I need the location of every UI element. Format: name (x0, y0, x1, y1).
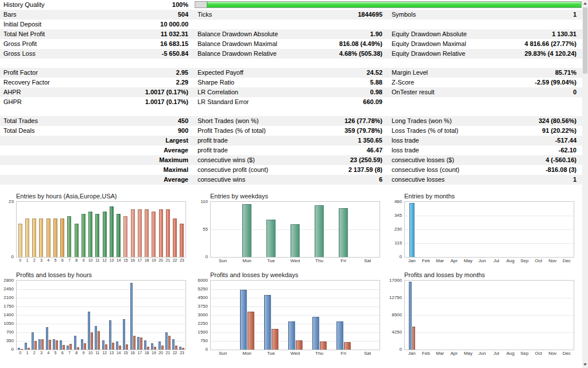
stat-label: profit trade (198, 136, 228, 145)
stat-value: 1 130.31 (552, 29, 577, 39)
x-tick-label: 19 (150, 351, 157, 355)
y-tick-label: 230 (394, 227, 402, 232)
y-tick-label: 110 (200, 199, 208, 204)
x-tick-label: 8 (73, 258, 80, 262)
y-tick-label: 4250 (392, 329, 402, 335)
bar-slot (94, 202, 101, 257)
bar-slot (235, 281, 259, 350)
x-tick-label: 14 (115, 258, 122, 262)
stat-label: Bars (3, 10, 17, 20)
stat-cell: consecutive wins6 (194, 175, 388, 185)
entry-bar (242, 204, 252, 257)
chart-title: Entries by months (404, 193, 582, 200)
loss-bar (56, 340, 58, 350)
x-tick-label: 1 (24, 351, 30, 355)
bar-slot (447, 281, 462, 350)
profit-bar (151, 343, 153, 350)
profit-bar (109, 320, 111, 350)
bar-slot (517, 281, 532, 350)
bar-slot (461, 202, 475, 257)
scroll-up-arrow-icon[interactable] (582, 0, 588, 7)
y-tick-label: 8500 (392, 312, 402, 317)
stats-row: Averageprofit trade46.47loss trade-62.10 (0, 145, 582, 155)
stat-label: Sharpe Ratio (198, 78, 234, 87)
entry-bar (88, 212, 92, 257)
profit-bar (123, 319, 125, 350)
bar-slot (475, 281, 490, 350)
stat-value: 16 683.15 (160, 39, 188, 49)
chart-x-axis: 01234567891011121314151617181920212223 (17, 258, 185, 262)
stat-cell (194, 20, 388, 29)
stat-cell: Balance Drawdown Absolute1.90 (194, 29, 388, 39)
bar-slot (172, 281, 179, 350)
x-tick-label: 10 (87, 258, 94, 262)
stat-value: 1.0017 (0.17%) (145, 97, 188, 107)
bar-slot (17, 202, 24, 257)
x-tick-label: Jan (405, 351, 419, 356)
bar-slot (489, 281, 504, 350)
scrollbar-thumb[interactable] (583, 7, 587, 74)
entry-bar (95, 214, 99, 257)
entry-bar (117, 214, 121, 257)
profit-bar (74, 336, 76, 350)
bar-slot (108, 281, 115, 350)
profit-bar (130, 283, 133, 350)
bar-slot (504, 202, 518, 257)
bar-slot (259, 281, 283, 350)
chart-title: Entries by weekdays (210, 193, 388, 200)
stat-cell: Loss Trades (% of total)91 (20.22%) (388, 126, 582, 136)
stat-label: consecutive wins ($) (198, 155, 255, 165)
scroll-down-arrow-icon[interactable] (582, 361, 588, 368)
stat-cell: History Quality100% (0, 0, 194, 10)
bar-slot (433, 202, 447, 257)
bar-slot (24, 202, 30, 257)
x-tick-label: 11 (94, 351, 101, 355)
stat-value: Average (164, 175, 188, 185)
vertical-scrollbar[interactable] (582, 0, 588, 368)
stat-value: 1 (573, 10, 577, 20)
stat-value: -517.44 (555, 136, 577, 145)
bar-slot (45, 281, 52, 350)
bar-slot (59, 202, 66, 257)
stat-cell: profit trade46.47 (194, 145, 388, 155)
stat-label: Balance Drawdown Absolute (198, 29, 278, 39)
stat-value: 126 (77.78%) (345, 116, 382, 126)
bar-slot (546, 202, 560, 257)
x-tick-label: Jul (489, 258, 504, 263)
loss-bar (77, 347, 79, 350)
x-tick-label: 15 (122, 351, 129, 355)
bar-slot (355, 202, 380, 257)
bar-slot (31, 281, 38, 350)
stat-label: Gross Loss (3, 49, 36, 59)
stat-value: 900 (178, 126, 188, 136)
loss-bar (344, 342, 351, 350)
x-tick-label: 13 (108, 351, 115, 355)
bar-slot (38, 281, 45, 350)
stat-value: 6 (379, 175, 382, 185)
stat-value: 1.90 (370, 29, 382, 39)
x-tick-label: Aug (504, 258, 518, 263)
y-tick-label: 2800 (3, 278, 14, 283)
bar-slot (172, 202, 179, 257)
y-tick-label: 2100 (3, 295, 14, 300)
loss-bar (175, 346, 177, 350)
stats-row: Averageconsecutive wins6consecutive loss… (0, 175, 582, 185)
chart-block: Entries by hours (Asia,Europe,USA)023012… (0, 193, 194, 263)
stat-label: Gross Profit (3, 39, 37, 49)
profit-bar (137, 337, 140, 350)
stat-cell: Equity Drawdown Relative29.83% (4 120.24… (388, 49, 582, 59)
stats-row: Largestprofit trade1 350.65loss trade-51… (0, 136, 582, 145)
stat-cell: Short Trades (won %)126 (77.78%) (194, 116, 388, 126)
bar-slot (331, 281, 355, 350)
x-tick-label: 3 (38, 258, 45, 262)
x-tick-label: 7 (66, 258, 73, 262)
chart-title: Profits and losses by weekdays (210, 271, 388, 278)
x-tick-label: 2 (31, 258, 38, 262)
bar-slot (80, 202, 87, 257)
x-tick-label: Dec (560, 351, 574, 356)
stat-label: Profit Trades (% of total) (198, 126, 266, 136)
loss-bar (154, 347, 156, 350)
stat-label: Balance Drawdown Relative (198, 49, 277, 59)
chart-x-axis: SunMonTueWedThuFriSat (211, 351, 380, 356)
chart-block: Profits and losses by months042508500127… (388, 271, 582, 356)
